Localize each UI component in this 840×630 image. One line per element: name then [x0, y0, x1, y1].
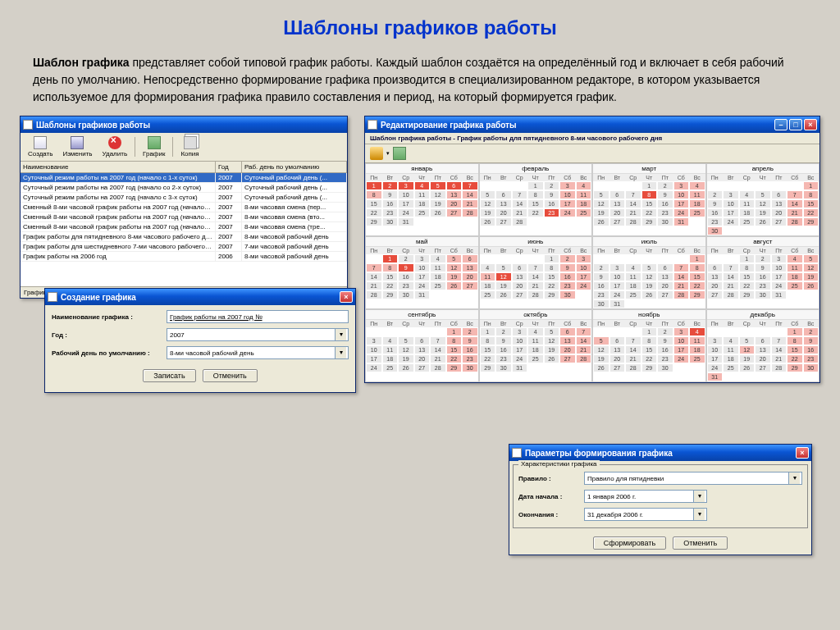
- window-icon: [512, 448, 522, 458]
- graph-icon: [148, 136, 161, 149]
- window-icon: [368, 120, 377, 130]
- toolbar: Создать Изменить Удалить График Копия: [21, 133, 347, 162]
- table-row[interactable]: Сменный 8-ми часовой график работы на 20…: [21, 222, 347, 232]
- name-label: Наименование графика :: [52, 313, 167, 321]
- generate-button[interactable]: Сформировать: [593, 536, 666, 550]
- titlebar[interactable]: Шаблоны графиков работы: [21, 116, 347, 133]
- window-title: Создание графика: [61, 293, 136, 302]
- close-button[interactable]: ×: [340, 291, 353, 303]
- titlebar[interactable]: Параметры формирования графика ×: [509, 445, 811, 461]
- fieldset-legend: Характеристики графика: [518, 460, 600, 468]
- minimize-button[interactable]: –: [774, 119, 788, 130]
- desc-bold: Шаблон графика: [33, 56, 130, 69]
- save-icon[interactable]: [370, 147, 383, 160]
- maximize-button[interactable]: □: [789, 119, 802, 130]
- table-row[interactable]: Суточный режим работы на 2007 год (начал…: [21, 193, 347, 203]
- save-button[interactable]: Записать: [143, 369, 195, 382]
- rule-label: Правило :: [518, 475, 584, 482]
- cancel-button[interactable]: Отменить: [203, 369, 258, 382]
- close-button[interactable]: ×: [804, 119, 817, 130]
- delete-button[interactable]: Удалить: [98, 135, 132, 159]
- rule-select[interactable]: Правило для пятидневки: [584, 472, 802, 485]
- table-row[interactable]: График работы для пятидневного 8-ми часо…: [21, 232, 347, 242]
- new-button[interactable]: Создать: [24, 135, 57, 159]
- year-label: Год :: [52, 331, 167, 339]
- start-date[interactable]: 1 января 2006 г.: [584, 490, 707, 503]
- window-icon: [23, 120, 33, 130]
- name-input[interactable]: График работы на 2007 год №: [167, 310, 349, 323]
- schedule-editor-window: Редактирование графика работы – □ × Шабл…: [364, 116, 820, 383]
- calendar-grid[interactable]: январьПнВтСрЧтПтСбВс12345678910111213141…: [365, 163, 819, 382]
- generation-params-window: Параметры формирования графика × Характе…: [509, 444, 812, 555]
- window-title: Шаблоны графиков работы: [36, 121, 150, 130]
- titlebar[interactable]: Редактирование графика работы – □ ×: [365, 116, 819, 133]
- close-button[interactable]: ×: [796, 447, 809, 459]
- table-row[interactable]: Суточный режим работы на 2007 год (начал…: [21, 183, 347, 193]
- titlebar[interactable]: Создание графика ×: [45, 289, 355, 305]
- templates-list-window: Шаблоны графиков работы Создать Изменить…: [20, 116, 348, 299]
- table-row[interactable]: График работы на 2006 год20068-ми часово…: [21, 252, 347, 262]
- delete-icon: [108, 136, 121, 149]
- edit-button[interactable]: Изменить: [58, 135, 96, 159]
- new-icon: [34, 136, 47, 149]
- default-select[interactable]: 8-ми часовой рабочий день: [167, 346, 349, 359]
- copy-icon: [184, 136, 197, 149]
- window-title: Параметры формирования графика: [525, 449, 673, 458]
- window-title: Редактирование графика работы: [381, 121, 516, 130]
- table-row[interactable]: Сменный 8-ми часовой график работы на 20…: [21, 212, 347, 222]
- table-row[interactable]: Суточный режим работы на 2007 год (начал…: [21, 173, 347, 183]
- description: Шаблон графика представляет собой типово…: [0, 48, 840, 116]
- window-icon: [48, 292, 57, 302]
- year-select[interactable]: 2007: [167, 328, 349, 341]
- end-label: Окончания :: [518, 511, 584, 518]
- edit-icon: [71, 136, 84, 149]
- create-schedule-window: Создание графика × Наименование графика …: [44, 288, 356, 393]
- copy-button[interactable]: Копия: [176, 135, 203, 159]
- cancel-button[interactable]: Отменить: [673, 536, 728, 550]
- table-row[interactable]: Сменный 8-ми часовой график работы на 20…: [21, 203, 347, 212]
- templates-grid[interactable]: Наименование Год Раб. день по умолчанию …: [21, 162, 347, 286]
- regen-icon[interactable]: [393, 147, 406, 160]
- col-name[interactable]: Наименование: [21, 162, 216, 172]
- editor-subtitle: Шаблон графика работы - График работы дл…: [365, 133, 819, 144]
- col-default[interactable]: Раб. день по умолчанию: [242, 162, 347, 172]
- default-label: Рабочий день по умолчанию :: [52, 349, 167, 357]
- editor-toolbar: ▾: [365, 144, 819, 163]
- table-row[interactable]: График работы для шестидневного 7-ми час…: [21, 242, 347, 252]
- col-year[interactable]: Год: [216, 162, 242, 172]
- graph-button[interactable]: График: [139, 135, 169, 159]
- page-title: Шаблоны графиков работы: [0, 0, 840, 48]
- start-label: Дата начала :: [518, 493, 584, 500]
- desc-text: представляет собой типовой график работы…: [33, 56, 784, 103]
- end-date[interactable]: 31 декабря 2006 г.: [584, 508, 707, 521]
